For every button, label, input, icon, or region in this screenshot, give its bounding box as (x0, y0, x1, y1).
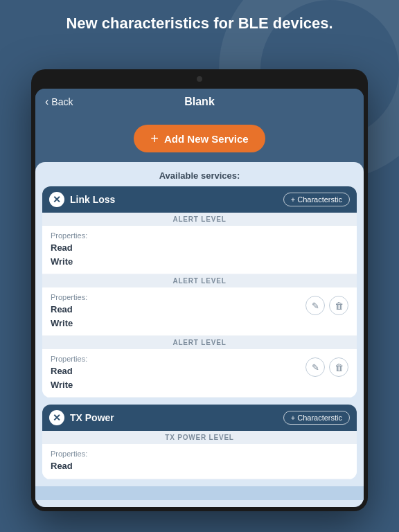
camera (197, 76, 202, 82)
page-title: New characteristics for BLE devices. (0, 14, 399, 34)
trash-icon-3: 🗑 (335, 362, 344, 373)
nav-bar: ‹ Back Blank (35, 89, 364, 115)
char-props-label-tx: Properties: (51, 450, 87, 458)
nav-title: Blank (184, 96, 215, 108)
char-section-alert-1: ALERT LEVEL (42, 213, 357, 226)
remove-icon-tx: ✕ (53, 413, 61, 423)
delete-char-2-button[interactable]: 🗑 (329, 296, 348, 315)
content-area: Available services: ✕ Link Loss + Charac… (35, 162, 364, 507)
tablet-screen: ‹ Back Blank + Add New Service Available… (35, 89, 364, 507)
char-row-3: Properties: ReadWrite ✎ 🗑 (42, 349, 357, 398)
add-new-service-button[interactable]: + Add New Service (134, 125, 265, 152)
service-header-left-tx: ✕ TX Power (49, 410, 114, 425)
add-button-area: + Add New Service (35, 115, 364, 162)
delete-char-3-button[interactable]: 🗑 (329, 357, 348, 377)
service-header-link-loss: ✕ Link Loss + Characterstic (42, 186, 357, 213)
char-row-tx: Properties: Read (42, 444, 357, 479)
service-card-tx-power: ✕ TX Power + Characterstic TX POWER LEVE… (42, 405, 357, 479)
add-plus-icon: + (150, 132, 159, 145)
remove-service-tx-power-button[interactable]: ✕ (49, 410, 64, 425)
edit-icon-3: ✎ (312, 362, 319, 373)
available-services-label: Available services: (35, 162, 364, 186)
service-name-tx-power: TX Power (70, 412, 114, 423)
service-header-left: ✕ Link Loss (49, 192, 115, 207)
service-name-link-loss: Link Loss (70, 194, 115, 205)
char-props-area-2: Properties: ReadWrite (51, 293, 87, 330)
char-props-area-3: Properties: ReadWrite (51, 355, 87, 391)
char-props-area-tx: Properties: Read (51, 450, 87, 473)
char-section-tx-power: TX POWER LEVEL (42, 431, 357, 444)
add-characteristic-tx-label: + Characterstic (291, 414, 342, 422)
service-card-link-loss: ✕ Link Loss + Characterstic ALERT LEVEL … (42, 186, 357, 398)
char-prop-values-tx: Read (51, 459, 87, 473)
trash-icon: 🗑 (335, 301, 344, 311)
char-actions-2: ✎ 🗑 (305, 296, 348, 315)
char-prop-values-1: ReadWrite (51, 241, 87, 268)
service-header-tx-power: ✕ TX Power + Characterstic (42, 405, 357, 431)
edit-char-2-button[interactable]: ✎ (305, 296, 325, 315)
char-props-label-1: Properties: (51, 231, 87, 240)
char-props-label-3: Properties: (51, 355, 87, 363)
back-button[interactable]: ‹ Back (45, 96, 73, 108)
char-actions-3: ✎ 🗑 (305, 357, 348, 377)
add-characteristic-tx-power-button[interactable]: + Characterstic (283, 411, 350, 425)
char-prop-values-2: ReadWrite (51, 303, 87, 330)
char-row-2: Properties: ReadWrite ✎ 🗑 (42, 287, 357, 336)
back-label: Back (51, 96, 73, 107)
char-section-alert-2: ALERT LEVEL (42, 274, 357, 287)
tablet-frame: ‹ Back Blank + Add New Service Available… (31, 69, 368, 511)
char-prop-values-3: ReadWrite (51, 364, 87, 391)
add-button-label: Add New Service (164, 133, 249, 145)
edit-icon: ✎ (312, 301, 319, 311)
bottom-strip (35, 486, 364, 500)
remove-icon: ✕ (53, 195, 61, 204)
remove-service-link-loss-button[interactable]: ✕ (49, 192, 64, 207)
add-characteristic-label: + Characterstic (291, 195, 342, 204)
char-row-1: Properties: ReadWrite (42, 226, 357, 274)
char-props-area-1: Properties: ReadWrite (51, 231, 87, 268)
back-chevron-icon: ‹ (45, 96, 48, 108)
char-props-label-2: Properties: (51, 293, 87, 301)
edit-char-3-button[interactable]: ✎ (305, 357, 325, 377)
char-section-alert-3: ALERT LEVEL (42, 336, 357, 349)
add-characteristic-link-loss-button[interactable]: + Characterstic (283, 193, 350, 206)
